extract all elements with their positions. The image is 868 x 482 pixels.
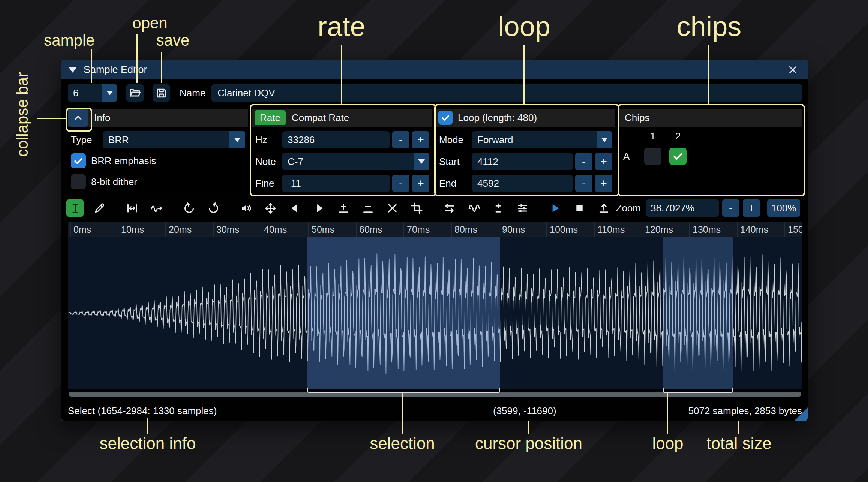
note-label: Note: [255, 156, 282, 168]
chips-column-headers: 1 2: [619, 130, 802, 142]
delete-button[interactable]: [384, 199, 401, 217]
timeline-label: 50ms: [312, 224, 334, 235]
sample-select-value: 6: [68, 84, 92, 102]
hz-input[interactable]: 33286: [282, 131, 390, 148]
preview-button[interactable]: [546, 199, 564, 217]
name-label: Name: [180, 87, 205, 99]
timeline-label: 60ms: [359, 224, 382, 235]
zoom-reset-button[interactable]: 100%: [767, 199, 800, 217]
arrows-expand-icon: [264, 202, 277, 214]
timeline-tick: [784, 222, 785, 237]
zoom-label: Zoom: [616, 202, 641, 214]
sample-select-arrow[interactable]: [102, 84, 117, 102]
timeline-label: 70ms: [407, 224, 430, 235]
edit-mode-button[interactable]: [66, 199, 84, 217]
normalize-button[interactable]: [262, 199, 279, 217]
loop-mode-dropdown[interactable]: Forward: [472, 131, 612, 148]
type-dropdown-arrow[interactable]: [229, 131, 245, 148]
loop-end-input[interactable]: 4592: [472, 175, 573, 192]
note-dropdown-arrow[interactable]: [414, 153, 429, 170]
annotation-selection-info: selection info: [100, 434, 196, 453]
amplify-button[interactable]: [237, 199, 255, 217]
total-size-text: 5072 samples, 2853 bytes: [688, 405, 802, 417]
annotation-loop-bottom: loop: [652, 434, 683, 453]
note-dropdown[interactable]: C-7: [282, 153, 429, 170]
cursor-position-text: (3599, -11690): [493, 405, 556, 417]
resize-button[interactable]: [123, 199, 141, 217]
loop-enable-checkbox[interactable]: [438, 111, 453, 125]
loop-end-label: End: [439, 178, 472, 189]
timeline-tick: [546, 222, 547, 237]
trim-button[interactable]: [408, 199, 425, 217]
waveform-view[interactable]: [68, 237, 802, 389]
loop-overlay: [663, 237, 732, 389]
timeline-label: 30ms: [216, 224, 239, 235]
timeline-label: 130ms: [693, 224, 721, 235]
fine-input[interactable]: -11: [282, 175, 390, 192]
draw-mode-button[interactable]: [91, 199, 108, 217]
fade-out-button[interactable]: [310, 199, 328, 217]
zoom-value-field[interactable]: 38.7027%: [646, 199, 719, 217]
apply-silence-button[interactable]: [359, 199, 376, 217]
selection-info-text: Select (1654-2984: 1330 samples): [68, 405, 217, 417]
hz-label: Hz: [255, 134, 282, 146]
timeline-label: 90ms: [502, 224, 525, 235]
annotation-loop: loop: [498, 10, 550, 42]
type-value: BRR: [103, 131, 229, 148]
stop-preview-button[interactable]: [571, 199, 588, 217]
fine-minus-button[interactable]: -: [392, 175, 409, 192]
x-icon: [386, 202, 399, 214]
note-value: C-7: [282, 153, 414, 170]
sample-select[interactable]: 6: [68, 84, 117, 102]
annotation-line: [738, 421, 739, 434]
window-collapse-icon[interactable]: [69, 67, 77, 73]
signed-unsigned-button[interactable]: [489, 199, 507, 217]
reverse-button[interactable]: [441, 199, 458, 217]
loop-start-minus-button[interactable]: -: [575, 153, 592, 170]
fade-in-button[interactable]: [286, 199, 303, 217]
loop-mode-dropdown-arrow[interactable]: [597, 131, 612, 148]
titlebar[interactable]: Sample Editor: [61, 60, 808, 79]
timeline-tick: [451, 222, 452, 237]
resize-icon: [126, 202, 138, 214]
play-icon: [549, 202, 561, 214]
check-icon: [73, 155, 84, 166]
zoom-in-button[interactable]: +: [743, 199, 760, 217]
resize-grip[interactable]: [794, 407, 808, 421]
rate-mode-button[interactable]: Rate: [255, 110, 286, 125]
dither-checkbox[interactable]: [71, 174, 86, 189]
rate-header: Compat Rate: [292, 112, 349, 124]
resample-button[interactable]: [148, 199, 165, 217]
close-button[interactable]: [785, 62, 800, 77]
hz-plus-button[interactable]: +: [412, 131, 429, 148]
type-dropdown[interactable]: BRR: [103, 131, 245, 148]
timeline-label: 140ms: [740, 224, 768, 235]
save-button[interactable]: [153, 84, 170, 102]
loop-end-plus-button[interactable]: +: [595, 175, 612, 192]
insert-silence-button[interactable]: [335, 199, 352, 217]
brr-emphasis-checkbox[interactable]: [71, 153, 86, 168]
loop-start-input[interactable]: 4112: [472, 153, 573, 170]
undo-button[interactable]: [180, 199, 198, 217]
chips-header: Chips: [625, 112, 649, 124]
annotation-line: [528, 421, 529, 434]
chip-1-checkbox[interactable]: [644, 148, 661, 165]
hz-minus-button[interactable]: -: [392, 131, 409, 148]
collapse-button[interactable]: [68, 109, 88, 127]
check-icon: [440, 112, 451, 123]
upload-to-chip-button[interactable]: [595, 199, 612, 217]
loop-end-minus-button[interactable]: -: [575, 175, 592, 192]
fine-label: Fine: [255, 178, 282, 189]
chevron-down-icon: [106, 91, 113, 95]
open-button[interactable]: [126, 84, 144, 102]
name-input[interactable]: [211, 84, 802, 102]
chip-2-checkbox[interactable]: [669, 148, 687, 165]
invert-button[interactable]: [465, 199, 482, 217]
loop-start-plus-button[interactable]: +: [595, 153, 612, 170]
upload-icon: [598, 202, 610, 214]
toolbar: [66, 199, 612, 217]
filter-button[interactable]: [514, 199, 531, 217]
redo-button[interactable]: [205, 199, 222, 217]
zoom-out-button[interactable]: -: [722, 199, 739, 217]
fine-plus-button[interactable]: +: [412, 175, 429, 192]
